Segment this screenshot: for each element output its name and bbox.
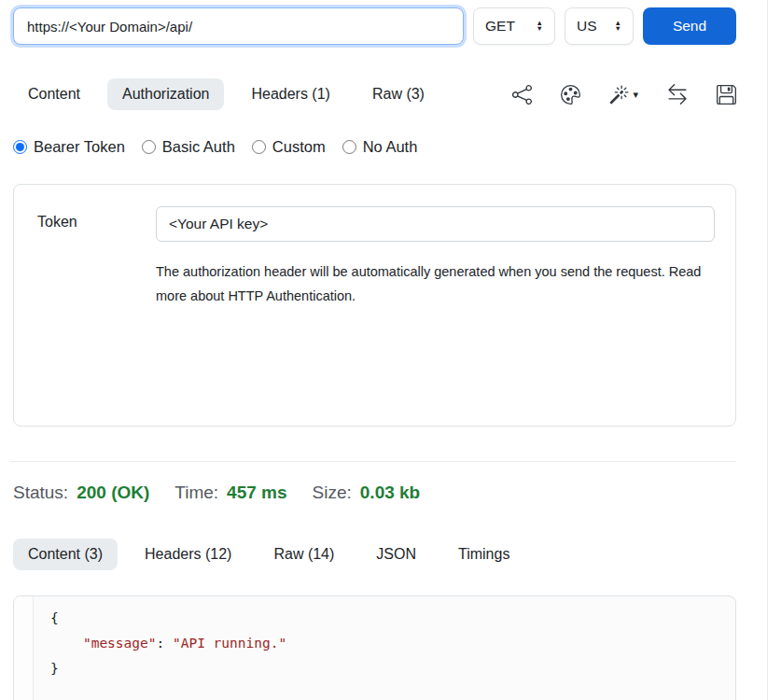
- basic-auth-radio[interactable]: [142, 140, 156, 154]
- tab-content[interactable]: Content: [13, 78, 95, 110]
- json-value: "API running.": [173, 636, 286, 651]
- request-bar: GET ▲▼ US ▲▼ Send: [13, 7, 736, 45]
- json-separator: :: [157, 636, 173, 651]
- auth-option-label: No Auth: [363, 138, 418, 156]
- tab-headers[interactable]: Headers (1): [236, 78, 344, 110]
- swap-arrows-icon[interactable]: [667, 84, 688, 105]
- status-value: 200 (OK): [77, 483, 149, 503]
- auth-option-label: Custom: [272, 138, 326, 156]
- code-gutter: [14, 596, 34, 700]
- response-body-viewer[interactable]: { "message": "API running."}: [13, 595, 736, 700]
- status-stat: Status: 200 (OK): [13, 483, 149, 503]
- save-icon[interactable]: [717, 85, 736, 105]
- auth-option-custom[interactable]: Custom: [252, 138, 326, 156]
- method-select-value: GET: [485, 18, 515, 35]
- custom-radio[interactable]: [252, 140, 266, 154]
- region-select[interactable]: US ▲▼: [565, 7, 634, 45]
- token-input[interactable]: [156, 206, 715, 242]
- response-tab-raw[interactable]: Raw (14): [258, 539, 349, 570]
- bearer-token-radio[interactable]: [13, 140, 27, 154]
- size-value: 0.03 kb: [360, 483, 420, 503]
- auth-option-label: Basic Auth: [162, 138, 235, 156]
- tab-raw[interactable]: Raw (3): [357, 78, 439, 110]
- auth-option-basic-auth[interactable]: Basic Auth: [142, 138, 235, 156]
- response-tab-timings[interactable]: Timings: [443, 539, 524, 570]
- auth-option-no-auth[interactable]: No Auth: [342, 138, 418, 156]
- response-tab-headers[interactable]: Headers (12): [130, 539, 246, 570]
- select-arrows-icon: ▲▼: [537, 21, 543, 32]
- bearer-token-panel: Token The authorization header will be a…: [13, 184, 736, 427]
- request-tabs-row: Content Authorization Headers (1) Raw (3…: [13, 78, 736, 110]
- response-tabs-row: Content (3) Headers (12) Raw (14) JSON T…: [13, 539, 736, 570]
- url-input[interactable]: [13, 7, 464, 45]
- chevron-down-icon: ▾: [633, 89, 638, 101]
- api-client-panel: GET ▲▼ US ▲▼ Send Content Authorization …: [0, 0, 768, 700]
- auth-help-text: The authorization header will be automat…: [156, 260, 711, 309]
- region-select-value: US: [577, 18, 597, 35]
- time-value: 457 ms: [227, 483, 286, 503]
- time-label: Time:: [174, 483, 218, 503]
- size-label: Size:: [313, 483, 352, 503]
- no-auth-radio[interactable]: [342, 140, 356, 154]
- response-tab-json[interactable]: JSON: [361, 539, 431, 570]
- json-open-brace: {: [50, 610, 59, 625]
- response-status-bar: Status: 200 (OK) Time: 457 ms Size: 0.03…: [13, 483, 736, 503]
- response-json: { "message": "API running."}: [34, 596, 303, 700]
- json-close-brace: }: [50, 661, 59, 676]
- time-stat: Time: 457 ms: [174, 483, 286, 503]
- json-key: "message": [83, 636, 157, 651]
- magic-wand-icon[interactable]: ▾: [609, 85, 638, 105]
- response-tab-content[interactable]: Content (3): [13, 539, 118, 570]
- auth-option-bearer-token[interactable]: Bearer Token: [13, 138, 125, 156]
- auth-option-label: Bearer Token: [34, 138, 125, 156]
- method-select[interactable]: GET ▲▼: [473, 7, 555, 45]
- size-stat: Size: 0.03 kb: [313, 483, 421, 503]
- share-icon[interactable]: [512, 85, 532, 105]
- section-divider: [9, 461, 736, 462]
- status-label: Status:: [13, 483, 68, 503]
- token-label: Token: [37, 206, 156, 309]
- tab-authorization[interactable]: Authorization: [107, 78, 224, 110]
- auth-type-options: Bearer Token Basic Auth Custom No Auth: [13, 138, 736, 156]
- json-indent: [50, 636, 83, 651]
- select-arrows-icon: ▲▼: [615, 21, 621, 32]
- send-button[interactable]: Send: [643, 7, 736, 45]
- palette-icon[interactable]: [561, 85, 580, 105]
